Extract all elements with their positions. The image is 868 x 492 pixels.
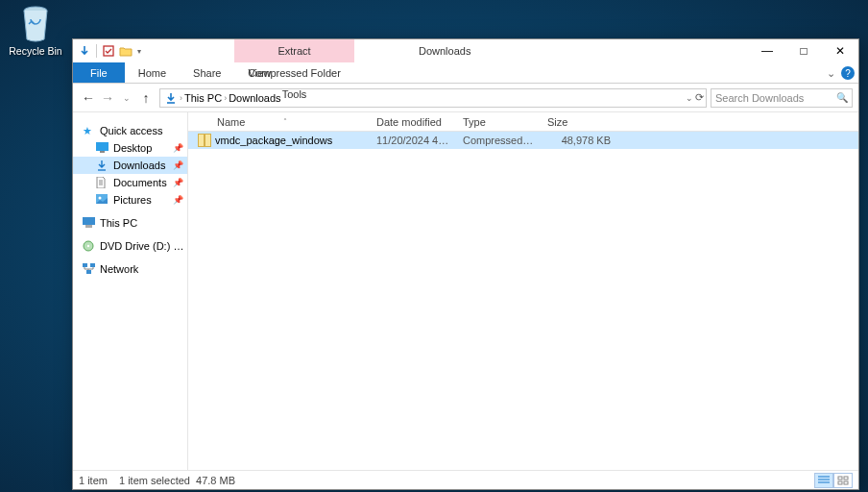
navigation-pane: ★ Quick access Desktop 📌 Downloads 📌 bbox=[73, 112, 188, 470]
svg-rect-11 bbox=[90, 263, 95, 267]
search-placeholder: Search Downloads bbox=[715, 92, 804, 104]
nav-item-label: Network bbox=[100, 263, 138, 275]
file-name: vmdc_package_windows bbox=[215, 135, 332, 146]
forward-button[interactable]: → bbox=[98, 88, 117, 108]
pictures-icon bbox=[96, 194, 108, 207]
disc-icon bbox=[83, 240, 95, 253]
column-date[interactable]: Date modified bbox=[371, 112, 457, 131]
nav-network[interactable]: Network bbox=[73, 260, 187, 278]
nav-quick-access[interactable]: ★ Quick access bbox=[73, 122, 187, 139]
svg-rect-16 bbox=[844, 481, 848, 484]
svg-rect-2 bbox=[96, 142, 108, 151]
download-icon bbox=[96, 160, 108, 172]
nav-item-label: Downloads bbox=[113, 160, 165, 171]
svg-point-5 bbox=[99, 196, 102, 199]
pin-icon: 📌 bbox=[173, 195, 183, 205]
recycle-bin-label: Recycle Bin bbox=[7, 45, 64, 57]
details-view-button[interactable] bbox=[814, 473, 833, 488]
window-title: Downloads bbox=[419, 39, 470, 62]
column-name[interactable]: Name ˄ bbox=[188, 112, 371, 131]
status-bar: 1 item 1 item selected 47.8 MB bbox=[73, 470, 858, 489]
status-selection: 1 item selected 47.8 MB bbox=[119, 475, 235, 486]
minimize-button[interactable]: — bbox=[749, 39, 785, 62]
network-icon bbox=[83, 263, 95, 276]
tab-file[interactable]: File bbox=[73, 62, 125, 83]
chevron-right-icon[interactable]: › bbox=[180, 93, 182, 103]
svg-rect-15 bbox=[838, 481, 842, 484]
folder-icon[interactable] bbox=[118, 43, 133, 59]
contextual-tab-extract[interactable]: Extract bbox=[234, 39, 354, 62]
separator bbox=[96, 44, 97, 58]
ribbon-expand-icon[interactable]: ⌄ bbox=[827, 67, 835, 80]
breadcrumb-this-pc[interactable]: This PC bbox=[184, 92, 222, 104]
svg-rect-14 bbox=[844, 477, 848, 480]
maximize-button[interactable]: □ bbox=[785, 39, 822, 62]
sort-indicator-icon: ˄ bbox=[283, 117, 287, 126]
properties-icon[interactable] bbox=[101, 43, 116, 59]
nav-item-label: Desktop bbox=[113, 142, 152, 154]
breadcrumb[interactable]: › This PC › Downloads ⌄ ⟳ bbox=[159, 88, 707, 108]
file-row[interactable]: vmdc_package_windows 11/20/2024 4:46 AM … bbox=[188, 132, 858, 149]
tab-share[interactable]: Share bbox=[180, 62, 234, 83]
file-date-cell: 11/20/2024 4:46 AM bbox=[371, 135, 457, 146]
file-explorer-window: ▾ Extract Downloads — □ ✕ File Home Shar… bbox=[72, 38, 859, 490]
nav-item-label: Pictures bbox=[113, 194, 152, 206]
svg-point-9 bbox=[87, 244, 89, 246]
search-input[interactable]: Search Downloads 🔍 bbox=[711, 88, 853, 108]
explorer-body: ★ Quick access Desktop 📌 Downloads 📌 bbox=[73, 112, 858, 470]
chevron-right-icon[interactable]: › bbox=[224, 93, 227, 103]
pin-icon: 📌 bbox=[173, 178, 183, 187]
column-headers: Name ˄ Date modified Type Size bbox=[188, 112, 858, 132]
back-button[interactable]: ← bbox=[79, 88, 98, 108]
svg-rect-3 bbox=[100, 151, 105, 153]
address-dropdown-icon[interactable]: ⌄ bbox=[686, 93, 693, 103]
nav-pictures[interactable]: Pictures 📌 bbox=[73, 191, 187, 209]
search-icon: 🔍 bbox=[836, 92, 848, 103]
recent-locations-button[interactable]: ⌄ bbox=[117, 88, 136, 108]
svg-rect-13 bbox=[838, 477, 842, 480]
download-icon bbox=[164, 91, 178, 105]
nav-desktop[interactable]: Desktop 📌 bbox=[73, 139, 187, 157]
large-icons-view-button[interactable] bbox=[833, 473, 853, 488]
nav-item-label: This PC bbox=[100, 217, 137, 229]
file-size-cell: 48,978 KB bbox=[542, 135, 616, 146]
file-name-cell: vmdc_package_windows bbox=[188, 134, 371, 147]
down-arrow-icon[interactable] bbox=[77, 43, 92, 59]
view-mode-toggles bbox=[814, 473, 853, 488]
nav-downloads[interactable]: Downloads 📌 bbox=[73, 157, 187, 174]
pin-icon: 📌 bbox=[173, 160, 183, 170]
up-button[interactable]: ↑ bbox=[136, 88, 156, 108]
svg-rect-7 bbox=[85, 225, 92, 228]
file-list[interactable]: vmdc_package_windows 11/20/2024 4:46 AM … bbox=[188, 132, 858, 470]
file-type-cell: Compressed (zipp... bbox=[457, 135, 542, 146]
breadcrumb-downloads[interactable]: Downloads bbox=[229, 92, 280, 104]
pin-icon: 📌 bbox=[173, 143, 183, 153]
file-list-pane: Name ˄ Date modified Type Size vmdc_pack… bbox=[188, 112, 858, 470]
ribbon-tabs: File Home Share View Compressed Folder T… bbox=[73, 62, 858, 84]
address-bar-row: ← → ⌄ ↑ › This PC › Downloads ⌄ ⟳ Search… bbox=[73, 84, 858, 112]
desktop-background: Recycle Bin ▾ Extract Downloads — bbox=[0, 0, 868, 492]
titlebar[interactable]: ▾ Extract Downloads — □ ✕ bbox=[73, 39, 858, 62]
nav-this-pc[interactable]: This PC bbox=[73, 214, 187, 232]
nav-documents[interactable]: Documents 📌 bbox=[73, 174, 187, 191]
column-size[interactable]: Size bbox=[542, 112, 616, 131]
tab-home[interactable]: Home bbox=[125, 62, 180, 83]
status-item-count: 1 item bbox=[79, 475, 108, 486]
column-type[interactable]: Type bbox=[457, 112, 542, 131]
qat-dropdown-icon[interactable]: ▾ bbox=[137, 47, 141, 56]
quick-access-toolbar: ▾ bbox=[73, 39, 141, 62]
svg-rect-1 bbox=[104, 46, 113, 56]
close-button[interactable]: ✕ bbox=[822, 39, 858, 62]
refresh-icon[interactable]: ⟳ bbox=[695, 91, 704, 104]
recycle-bin[interactable]: Recycle Bin bbox=[7, 5, 64, 57]
svg-rect-12 bbox=[86, 270, 91, 274]
document-icon bbox=[96, 177, 108, 189]
star-icon: ★ bbox=[83, 125, 95, 137]
nav-quick-access-label: Quick access bbox=[100, 125, 162, 136]
window-controls: — □ ✕ bbox=[749, 39, 858, 62]
desktop-icon bbox=[96, 142, 108, 155]
pc-icon bbox=[83, 217, 95, 230]
nav-dvd-drive[interactable]: DVD Drive (D:) SSS_X6 bbox=[73, 237, 187, 255]
help-icon[interactable]: ? bbox=[841, 66, 855, 80]
svg-rect-10 bbox=[83, 263, 87, 267]
